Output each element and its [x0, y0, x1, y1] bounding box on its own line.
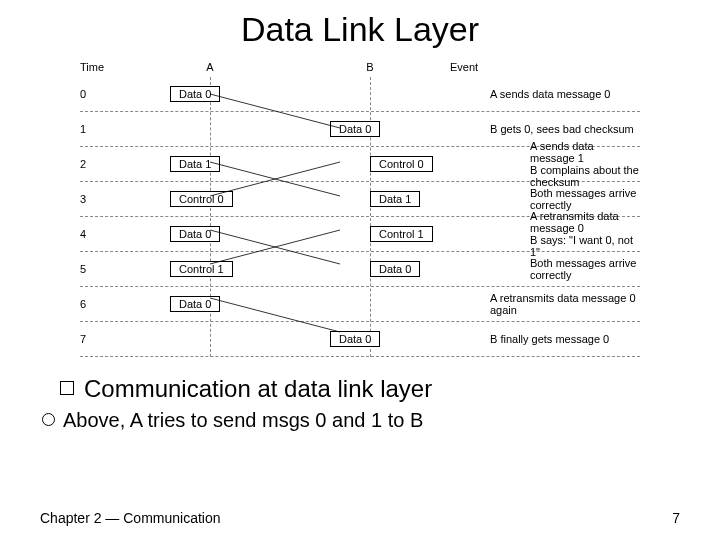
message-box: Data 0 [330, 331, 380, 347]
b-cell: Control 0 [330, 156, 530, 172]
event-cell: A retransmits data message 0 again [490, 292, 640, 316]
time-cell: 6 [80, 298, 130, 310]
message-box: Data 0 [330, 121, 380, 137]
diagram-row: 0Data 0A sends data message 0 [80, 77, 640, 112]
header-time: Time [80, 61, 130, 73]
event-cell: Both messages arrive correctly [530, 187, 640, 211]
time-cell: 5 [80, 263, 130, 275]
b-cell: Data 0 [290, 121, 490, 137]
time-cell: 2 [80, 158, 130, 170]
message-box: Data 0 [170, 296, 220, 312]
message-box: Data 0 [370, 261, 420, 277]
message-box: Control 1 [370, 226, 433, 242]
message-box: Data 1 [370, 191, 420, 207]
message-box: Control 0 [170, 191, 233, 207]
message-box: Control 1 [170, 261, 233, 277]
footer-right: 7 [672, 510, 680, 526]
a-cell: Data 0 [130, 296, 330, 312]
a-cell: Data 1 [130, 156, 330, 172]
diagram-row: 7Data 0B finally gets message 0 [80, 322, 640, 357]
message-box: Data 0 [170, 226, 220, 242]
timing-diagram: Time A B Event 0Data 0A sends data messa… [80, 57, 640, 357]
diagram-header-row: Time A B Event [80, 57, 640, 77]
circle-bullet-icon [42, 413, 55, 426]
event-cell: A retransmits data message 0 B says: "I … [530, 210, 640, 258]
time-cell: 1 [80, 123, 130, 135]
header-event: Event [450, 61, 640, 73]
slide-title: Data Link Layer [0, 10, 720, 49]
diagram-row: 5Control 1Data 0Both messages arrive cor… [80, 252, 640, 287]
main-bullet-text: Communication at data link layer [84, 375, 432, 402]
message-box: Control 0 [370, 156, 433, 172]
a-cell: Control 0 [130, 191, 330, 207]
a-cell: Data 0 [130, 86, 330, 102]
event-cell: B gets 0, sees bad checksum [490, 123, 640, 135]
a-cell: Data 0 [130, 226, 330, 242]
b-cell: Data 0 [330, 261, 530, 277]
message-box: Data 0 [170, 86, 220, 102]
diagram-row: 4Data 0Control 1A retransmits data messa… [80, 217, 640, 252]
footer: Chapter 2 — Communication 7 [40, 510, 680, 526]
main-bullet: Communication at data link layer [60, 375, 720, 403]
footer-left: Chapter 2 — Communication [40, 510, 221, 526]
message-box: Data 1 [170, 156, 220, 172]
event-cell: Both messages arrive correctly [530, 257, 640, 281]
b-cell: Data 1 [330, 191, 530, 207]
a-cell: Control 1 [130, 261, 330, 277]
square-bullet-icon [60, 381, 74, 395]
time-cell: 7 [80, 333, 130, 345]
diagram-row: 2Data 1Control 0A sends data message 1 B… [80, 147, 640, 182]
time-cell: 4 [80, 228, 130, 240]
time-cell: 3 [80, 193, 130, 205]
event-cell: A sends data message 1 B complains about… [530, 140, 640, 188]
header-b: B [290, 61, 450, 73]
b-cell: Control 1 [330, 226, 530, 242]
header-a: A [130, 61, 290, 73]
sub-bullet-text: Above, A tries to send msgs 0 and 1 to B [63, 409, 423, 431]
sub-bullet: Above, A tries to send msgs 0 and 1 to B [42, 409, 720, 432]
diagram-row: 6Data 0A retransmits data message 0 agai… [80, 287, 640, 322]
event-cell: B finally gets message 0 [490, 333, 640, 345]
event-cell: A sends data message 0 [490, 88, 640, 100]
b-cell: Data 0 [290, 331, 490, 347]
time-cell: 0 [80, 88, 130, 100]
